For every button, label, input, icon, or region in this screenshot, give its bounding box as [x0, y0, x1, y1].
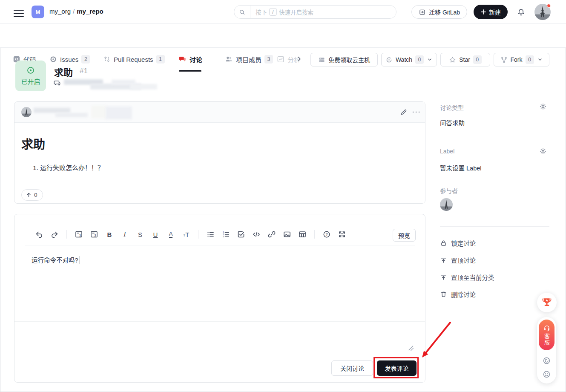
pull-request-icon — [103, 55, 111, 63]
tabs-overflow-chevron-right-icon[interactable] — [296, 55, 303, 63]
sidebar-divider — [440, 226, 549, 227]
delete-discussion-action[interactable]: 删除讨论 — [440, 289, 476, 299]
font-size-icon[interactable]: TT — [180, 228, 192, 240]
resize-grip-icon[interactable] — [407, 344, 415, 352]
redacted-text — [55, 113, 88, 117]
underline-icon[interactable]: U — [149, 228, 161, 240]
font-color-icon[interactable]: A — [165, 228, 177, 240]
participant-avatar[interactable] — [440, 198, 453, 211]
issue-title: 求助 — [54, 65, 73, 78]
svg-text:?: ? — [326, 232, 328, 236]
free-cloud-host-button[interactable]: 免费领取云主机 — [310, 53, 378, 66]
tab-members[interactable]: 项目成员 3 — [225, 52, 273, 66]
star-button[interactable]: Star 0 — [440, 53, 490, 66]
preview-button[interactable]: 预览 — [393, 229, 416, 242]
rewards-trophy-button[interactable] — [537, 293, 557, 312]
discussion-type-value[interactable]: 问答求助 — [440, 118, 465, 127]
svg-text:3: 3 — [223, 235, 224, 238]
fullscreen-icon[interactable] — [336, 228, 348, 240]
comment-editor-card: 1 2 B I S U A — [14, 214, 425, 383]
link-icon[interactable] — [266, 228, 278, 240]
task-list-icon[interactable] — [235, 228, 247, 240]
upvote-button[interactable]: 0 — [21, 189, 43, 201]
community-swirl-icon[interactable] — [542, 356, 551, 365]
search-icon — [234, 6, 250, 18]
redacted-text — [91, 106, 106, 118]
star-icon — [449, 56, 456, 63]
tab-issues[interactable]: Issues 2 — [49, 52, 90, 66]
more-options-icon[interactable] — [412, 111, 420, 113]
notifications-bell-icon[interactable] — [517, 7, 526, 17]
breadcrumb-repo[interactable]: my_repo — [77, 8, 103, 15]
edit-pencil-icon[interactable] — [400, 108, 408, 116]
close-discussion-button[interactable]: 关闭讨论 — [331, 360, 373, 376]
comment-author-avatar[interactable] — [21, 107, 32, 117]
slash-keycap: / — [269, 8, 277, 16]
submit-comment-button[interactable]: 发表评论 — [377, 360, 417, 376]
members-count-badge: 3 — [264, 55, 273, 63]
comment-list: 运行失败怎么办！！？ — [33, 163, 104, 172]
active-tab-underline — [179, 70, 201, 72]
help-icon[interactable]: ? — [321, 228, 333, 240]
tab-discussions[interactable]: 讨论 — [178, 52, 202, 66]
pin-to-category-action[interactable]: 置顶至当前分类 — [440, 272, 494, 282]
image-icon[interactable] — [281, 228, 293, 240]
redacted-author-name — [34, 108, 70, 113]
breadcrumb-org[interactable]: my_org — [49, 8, 71, 15]
editor-toolbar: 1 2 B I S U A — [32, 225, 350, 244]
repo-discussion-page: M my_org / my_repo 按下 / 快速开启搜索 迁移 GitLab — [0, 0, 566, 392]
heading-1-icon[interactable]: 1 — [73, 228, 85, 240]
arrow-up-icon — [26, 192, 32, 198]
bulleted-list-icon[interactable] — [204, 228, 216, 240]
redacted-text — [106, 107, 132, 119]
redacted-text — [130, 84, 157, 89]
heading-2-icon[interactable]: 2 — [88, 228, 100, 240]
text-cursor — [80, 256, 80, 264]
breadcrumb-separator: / — [73, 8, 75, 15]
fork-icon — [500, 56, 508, 63]
pin-discussion-action[interactable]: 置顶讨论 — [440, 255, 476, 265]
label-empty-value: 暂未设置 Label — [440, 163, 482, 172]
tab-pull-requests[interactable]: Pull Requests 1 — [103, 52, 165, 66]
code-icon[interactable] — [250, 228, 262, 240]
customer-service-button[interactable]: 客服 — [539, 320, 555, 350]
issue-number: #1 — [80, 67, 88, 75]
trash-icon — [440, 291, 447, 298]
svg-text:1: 1 — [79, 233, 81, 237]
fork-button[interactable]: Fork 0 — [494, 53, 549, 66]
server-icon — [318, 56, 325, 63]
feedback-smiley-icon[interactable] — [542, 370, 551, 379]
svg-text:2: 2 — [95, 233, 96, 237]
bold-icon[interactable]: B — [103, 228, 115, 240]
comment-bubble-icon — [53, 79, 61, 87]
undo-icon[interactable] — [33, 228, 45, 240]
import-icon — [419, 9, 426, 16]
fork-count-badge: 0 — [526, 55, 534, 64]
issues-count-badge: 2 — [81, 55, 90, 63]
new-button[interactable]: 新建 — [474, 5, 508, 19]
lock-icon — [440, 239, 447, 247]
upvote-count: 0 — [34, 192, 37, 198]
gear-icon[interactable] — [539, 147, 547, 155]
editor-content: 运行命令不对吗? — [32, 255, 78, 264]
search-placeholder: 按下 / 快速开启搜索 — [256, 8, 313, 16]
hamburger-menu-icon[interactable] — [14, 8, 24, 19]
editor-textarea[interactable]: 运行命令不对吗? — [32, 255, 80, 264]
watch-button[interactable]: Watch 0 — [381, 53, 437, 66]
migrate-gitlab-button[interactable]: 迁移 GitLab — [411, 5, 467, 19]
top-header: M my_org / my_repo 按下 / 快速开启搜索 迁移 GitLab — [0, 0, 566, 24]
discussion-chat-icon — [178, 55, 187, 63]
italic-icon[interactable]: I — [119, 228, 131, 240]
search-input[interactable]: 按下 / 快速开启搜索 — [234, 5, 396, 19]
gear-icon[interactable] — [539, 103, 547, 110]
org-logo[interactable]: M — [32, 6, 44, 18]
table-icon[interactable] — [296, 228, 308, 240]
editor-footer-divider — [14, 321, 425, 322]
strikethrough-icon[interactable]: S — [134, 228, 146, 240]
discussion-type-label: 讨论类型 — [440, 103, 464, 112]
redo-icon[interactable] — [49, 228, 60, 240]
ordered-list-icon[interactable]: 1 2 3 — [220, 228, 232, 240]
lock-discussion-action[interactable]: 锁定讨论 — [440, 238, 476, 248]
chevron-down-icon — [427, 57, 433, 63]
star-count-badge: 0 — [473, 55, 482, 64]
